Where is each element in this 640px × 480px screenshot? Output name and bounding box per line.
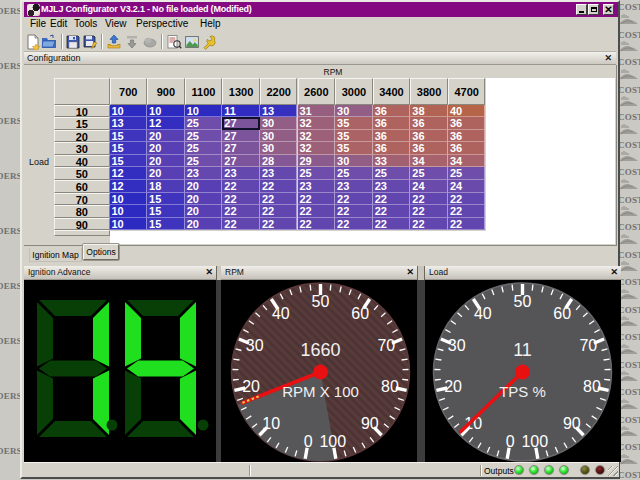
- svg-text:30: 30: [246, 336, 264, 353]
- svg-text:10: 10: [262, 414, 280, 431]
- svg-text:30: 30: [448, 336, 466, 353]
- svg-text:20: 20: [444, 378, 462, 395]
- svg-text:100: 100: [319, 433, 346, 450]
- svg-text:80: 80: [381, 378, 399, 395]
- svg-text:40: 40: [272, 304, 290, 321]
- svg-text:TPS %: TPS %: [499, 383, 546, 400]
- svg-text:90: 90: [361, 414, 379, 431]
- svg-text:0: 0: [506, 433, 515, 450]
- svg-text:90: 90: [563, 414, 581, 431]
- svg-text:40: 40: [474, 304, 492, 321]
- svg-text:20: 20: [242, 378, 260, 395]
- svg-text:1660: 1660: [300, 340, 340, 360]
- svg-text:0: 0: [304, 433, 313, 450]
- svg-text:60: 60: [351, 304, 369, 321]
- svg-text:70: 70: [377, 336, 395, 353]
- svg-text:RPM X 100: RPM X 100: [282, 383, 359, 400]
- svg-text:100: 100: [521, 433, 548, 450]
- svg-text:60: 60: [553, 304, 571, 321]
- svg-text:50: 50: [312, 292, 330, 309]
- svg-text:80: 80: [583, 378, 601, 395]
- svg-text:11: 11: [513, 340, 532, 360]
- svg-text:70: 70: [579, 336, 597, 353]
- svg-text:50: 50: [514, 292, 532, 309]
